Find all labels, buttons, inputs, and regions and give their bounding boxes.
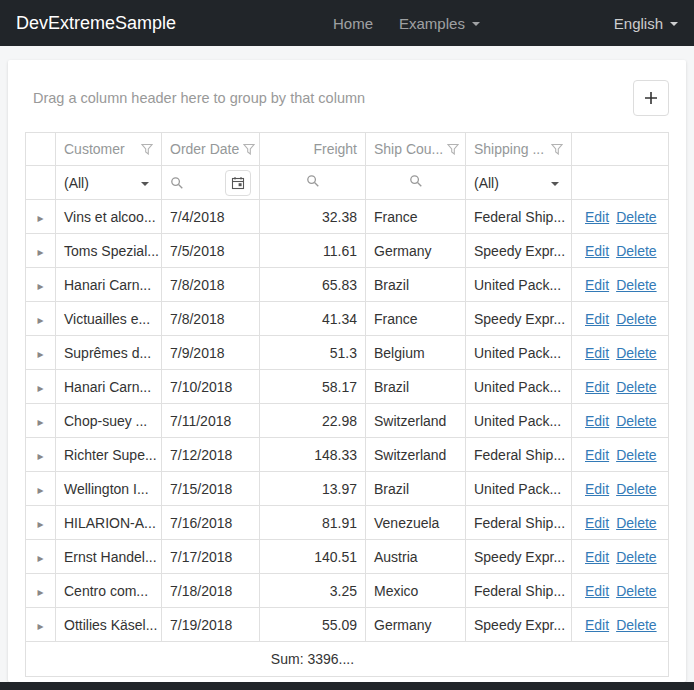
expand-row-icon[interactable]: ▸ (37, 619, 43, 633)
nav-home[interactable]: Home (333, 15, 373, 32)
summary-row: Sum: 3396.... (26, 642, 669, 677)
expand-row-icon[interactable]: ▸ (37, 279, 43, 293)
add-row-button[interactable] (633, 80, 669, 116)
column-header-order-date[interactable]: Order Date (162, 133, 260, 166)
column-header-freight[interactable]: Freight (260, 133, 366, 166)
edit-link[interactable]: Edit (585, 209, 609, 225)
table-row: ▸Richter Supe...7/12/2018148.33Switzerla… (26, 438, 669, 472)
cell-freight: 148.33 (260, 438, 366, 472)
filter-row: (All) (26, 166, 669, 200)
edit-link[interactable]: Edit (585, 583, 609, 599)
edit-link[interactable]: Edit (585, 549, 609, 565)
cell-ship-country: Brazil (366, 472, 466, 506)
delete-link[interactable]: Delete (616, 549, 656, 565)
edit-link[interactable]: Edit (585, 311, 609, 327)
cell-shipping: United Pack... (466, 268, 572, 302)
expand-row-icon[interactable]: ▸ (37, 415, 43, 429)
cell-freight: 41.34 (260, 302, 366, 336)
expand-row-icon[interactable]: ▸ (37, 313, 43, 327)
edit-link[interactable]: Edit (585, 447, 609, 463)
cell-shipping: Federal Ship... (466, 574, 572, 608)
cell-freight: 32.38 (260, 200, 366, 234)
edit-link[interactable]: Edit (585, 345, 609, 361)
cell-shipping: Federal Ship... (466, 506, 572, 540)
chevron-down-icon[interactable] (141, 182, 149, 186)
table-row: ▸Ottilies Käsel...7/19/201855.09GermanyS… (26, 608, 669, 642)
calendar-icon[interactable] (225, 170, 251, 196)
expand-row-icon[interactable]: ▸ (37, 245, 43, 259)
freight-sum-summary: Sum: 3396.... (260, 642, 366, 677)
edit-link[interactable]: Edit (585, 277, 609, 293)
column-header-label: Customer (64, 141, 125, 157)
expand-row-icon[interactable]: ▸ (37, 449, 43, 463)
delete-link[interactable]: Delete (616, 617, 656, 633)
filter-customer-select[interactable]: (All) (56, 166, 162, 200)
nav-examples-dropdown[interactable]: Examples (399, 15, 480, 32)
delete-link[interactable]: Delete (616, 277, 656, 293)
search-icon (170, 176, 184, 190)
delete-link[interactable]: Delete (616, 345, 656, 361)
search-icon (409, 174, 423, 188)
delete-link[interactable]: Delete (616, 243, 656, 259)
cell-ship-country: Switzerland (366, 438, 466, 472)
filter-shipping-value: (All) (474, 175, 499, 191)
column-header-shipping[interactable]: Shipping ... (466, 133, 572, 166)
cell-customer: Wellington I... (56, 472, 162, 506)
header-filter-icon[interactable] (443, 143, 459, 155)
header-filter-icon[interactable] (547, 143, 563, 155)
column-header-ship-country[interactable]: Ship Cou... (366, 133, 466, 166)
edit-link[interactable]: Edit (585, 379, 609, 395)
search-icon (306, 174, 320, 188)
filter-shipping-select[interactable]: (All) (466, 166, 572, 200)
delete-link[interactable]: Delete (616, 311, 656, 327)
group-panel[interactable]: Drag a column header here to group by th… (25, 90, 365, 106)
filter-order-date-input[interactable] (162, 166, 260, 200)
edit-link[interactable]: Edit (585, 481, 609, 497)
header-filter-icon[interactable] (137, 143, 153, 155)
edit-link[interactable]: Edit (585, 243, 609, 259)
chevron-down-icon (472, 22, 480, 26)
expand-row-icon[interactable]: ▸ (37, 585, 43, 599)
cell-customer: Chop-suey ... (56, 404, 162, 438)
expand-row-icon[interactable]: ▸ (37, 347, 43, 361)
brand[interactable]: DevExtremeSample (16, 13, 176, 34)
expand-row-icon[interactable]: ▸ (37, 211, 43, 225)
column-header-label: Order Date (170, 141, 239, 157)
expand-row-icon[interactable]: ▸ (37, 551, 43, 565)
edit-link[interactable]: Edit (585, 617, 609, 633)
chevron-down-icon (670, 22, 678, 26)
filter-freight-input[interactable] (260, 166, 366, 200)
column-header-label: Ship Cou... (374, 141, 443, 157)
cell-order-date: 7/10/2018 (162, 370, 260, 404)
language-dropdown[interactable]: English (614, 15, 678, 32)
expand-row-icon[interactable]: ▸ (37, 517, 43, 531)
cell-customer: Richter Supe... (56, 438, 162, 472)
edit-link[interactable]: Edit (585, 413, 609, 429)
cell-order-date: 7/11/2018 (162, 404, 260, 438)
edit-link[interactable]: Edit (585, 515, 609, 531)
cell-freight: 58.17 (260, 370, 366, 404)
delete-link[interactable]: Delete (616, 379, 656, 395)
data-grid: Customer Order Date (25, 132, 669, 677)
delete-link[interactable]: Delete (616, 413, 656, 429)
delete-link[interactable]: Delete (616, 447, 656, 463)
cell-ship-country: Switzerland (366, 404, 466, 438)
navbar: DevExtremeSample Home Examples English (0, 0, 694, 46)
cell-customer: Hanari Carn... (56, 370, 162, 404)
delete-link[interactable]: Delete (616, 583, 656, 599)
chevron-down-icon[interactable] (551, 182, 559, 186)
header-filter-icon[interactable] (239, 143, 255, 155)
page-footer (0, 682, 694, 690)
cell-ship-country: Mexico (366, 574, 466, 608)
expand-row-icon[interactable]: ▸ (37, 483, 43, 497)
expand-column-header (26, 133, 56, 166)
cell-order-date: 7/4/2018 (162, 200, 260, 234)
delete-link[interactable]: Delete (616, 209, 656, 225)
page-content: Drag a column header here to group by th… (0, 46, 694, 682)
filter-ship-country-input[interactable] (366, 166, 466, 200)
cell-customer: Ottilies Käsel... (56, 608, 162, 642)
expand-row-icon[interactable]: ▸ (37, 381, 43, 395)
column-header-customer[interactable]: Customer (56, 133, 162, 166)
delete-link[interactable]: Delete (616, 515, 656, 531)
delete-link[interactable]: Delete (616, 481, 656, 497)
